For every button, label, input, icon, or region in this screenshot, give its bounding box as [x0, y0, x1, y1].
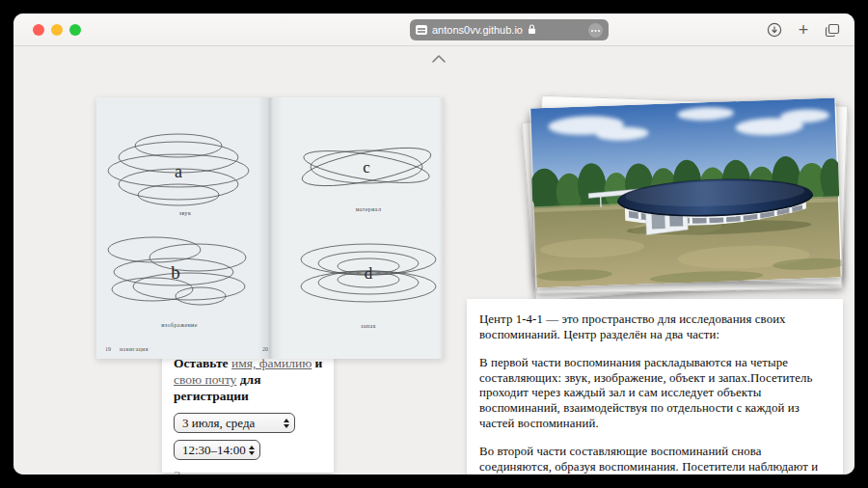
- about-paragraph-3: Во второй части составляющие воспоминани…: [479, 445, 831, 474]
- chevron-up-icon[interactable]: [431, 51, 447, 63]
- about-text-card: Центр 1-4-1 — это пространство для иссле…: [467, 299, 843, 474]
- pavilion-photo: [529, 98, 842, 288]
- minimize-window-button[interactable]: [51, 24, 63, 36]
- browser-window: antons0vv.github.io +: [14, 14, 854, 474]
- book-page-edge: [439, 97, 444, 359]
- stepper-icon: [282, 419, 290, 428]
- window-controls: [33, 24, 81, 36]
- diagram-letter-d: d: [365, 264, 373, 283]
- zoom-window-button[interactable]: [69, 24, 81, 36]
- page-number-right: 20: [262, 346, 268, 352]
- page-content: a звук b изображение: [14, 47, 854, 474]
- browser-titlebar: antons0vv.github.io +: [14, 14, 854, 46]
- diagram-label-material: материал: [356, 206, 382, 212]
- diagram-letter-b: b: [171, 262, 180, 283]
- diagram-smell: d: [296, 231, 441, 313]
- date-select-value: 3 июля, среда: [182, 416, 282, 431]
- about-paragraph-1: Центр 1-4-1 — это пространство для иссле…: [479, 312, 831, 342]
- book-spread-image: a звук b изображение: [96, 97, 444, 359]
- registration-form: Оставьте имя, фамилию и свою почту для р…: [162, 349, 334, 473]
- new-tab-icon[interactable]: +: [795, 21, 812, 39]
- diagram-letter-c: c: [363, 158, 370, 176]
- diagram-label-smell: запах: [361, 323, 376, 329]
- diagram-label-sound: звук: [179, 210, 192, 216]
- stepper-icon: [247, 446, 256, 455]
- date-select[interactable]: 3 июля, среда: [174, 413, 295, 433]
- tabs-overview-icon[interactable]: [824, 21, 841, 39]
- more-icon[interactable]: [588, 23, 603, 38]
- diagram-label-image: изображение: [161, 322, 197, 328]
- diagram-material: c: [294, 128, 439, 205]
- time-select-value: 12:30–14:00: [182, 443, 247, 458]
- about-paragraph-2: В первой части воспоминания раскладывают…: [479, 356, 831, 431]
- diagram-image: b: [104, 229, 249, 315]
- email-link[interactable]: свою почту: [174, 372, 236, 387]
- photo-stack: [526, 95, 846, 294]
- downloads-icon[interactable]: [766, 21, 783, 39]
- toolbar-right: +: [766, 21, 841, 39]
- book-seam: [258, 97, 283, 359]
- lock-icon: [528, 21, 536, 39]
- page-number-left: 19: [105, 346, 111, 352]
- url-text: antons0vv.github.io: [432, 24, 523, 36]
- form-intro-text: Оставьте имя, фамилию и свою почту для р…: [174, 355, 328, 404]
- diagram-letter-a: a: [175, 162, 182, 181]
- page-proxy-icon: [416, 25, 427, 35]
- diagram-sound: a: [106, 124, 251, 216]
- book-footer-navigation: навигация: [120, 346, 149, 352]
- register-button[interactable]: Зарегистрироваться: [174, 469, 296, 474]
- close-window-button[interactable]: [33, 24, 44, 36]
- address-bar[interactable]: antons0vv.github.io: [410, 19, 609, 41]
- time-select[interactable]: 12:30–14:00: [174, 440, 260, 460]
